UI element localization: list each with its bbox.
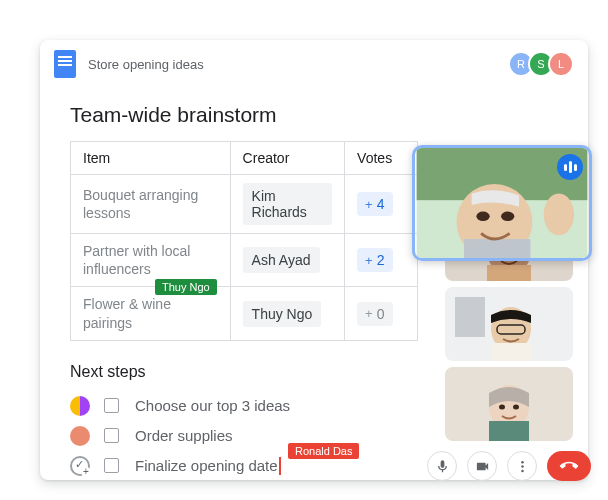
- th-votes: Votes: [345, 142, 418, 175]
- ideas-table: Item Creator Votes Bouquet arranging les…: [70, 141, 418, 341]
- meet-main-video-tile[interactable]: [412, 145, 592, 261]
- assignee-avatar-icon[interactable]: [70, 396, 90, 416]
- mic-button[interactable]: [427, 451, 457, 481]
- more-vertical-icon: [515, 459, 530, 474]
- docs-icon: [54, 50, 76, 78]
- mic-icon: [435, 459, 450, 474]
- item-text: Partner with local influencers: [83, 242, 218, 278]
- svg-point-24: [521, 469, 524, 472]
- document-window: Store opening ideas R S L Team-wide brai…: [40, 40, 588, 480]
- text-cursor-icon: [279, 457, 281, 475]
- subsection-heading: Next steps: [70, 363, 418, 381]
- item-text: Flower & wine pairings: [83, 295, 218, 331]
- task-checkbox[interactable]: [104, 428, 119, 443]
- meet-video-tile[interactable]: [445, 367, 573, 441]
- svg-rect-9: [487, 265, 531, 281]
- titlebar: Store opening ideas R S L: [40, 40, 588, 89]
- task-checkbox[interactable]: [104, 398, 119, 413]
- assign-icon[interactable]: [70, 456, 90, 476]
- svg-point-21: [513, 405, 519, 410]
- svg-point-22: [521, 460, 524, 463]
- collaborator-avatars: R S L: [514, 51, 574, 77]
- presence-cursor-tag: Thuy Ngo: [155, 279, 217, 295]
- meet-video-tile[interactable]: [445, 287, 573, 361]
- svg-point-23: [521, 465, 524, 468]
- th-creator: Creator: [230, 142, 345, 175]
- presence-cursor-tag: Ronald Das: [288, 443, 359, 459]
- th-item: Item: [71, 142, 231, 175]
- speaking-indicator-icon: [557, 154, 583, 180]
- content-area: Team-wide brainstorm Item Creator Votes …: [40, 89, 588, 480]
- svg-rect-3: [464, 239, 530, 258]
- table-row: Flower & wine pairings Thuy Ngo +0: [71, 287, 418, 340]
- vote-button[interactable]: +2: [357, 248, 392, 272]
- meet-side-panel: [440, 89, 588, 480]
- task-item: Order supplies: [70, 421, 418, 451]
- item-text: Bouquet arranging lessons: [83, 186, 218, 222]
- vote-button[interactable]: +4: [357, 192, 392, 216]
- task-checkbox[interactable]: [104, 458, 119, 473]
- svg-rect-19: [489, 421, 529, 441]
- creator-chip[interactable]: Thuy Ngo: [243, 301, 322, 327]
- task-item: Choose our top 3 ideas: [70, 391, 418, 421]
- hangup-button[interactable]: [547, 451, 591, 481]
- avatar[interactable]: L: [548, 51, 574, 77]
- document-body[interactable]: Team-wide brainstorm Item Creator Votes …: [40, 89, 440, 480]
- svg-point-5: [501, 212, 514, 221]
- video-button[interactable]: [467, 451, 497, 481]
- svg-point-20: [499, 405, 505, 410]
- svg-rect-15: [491, 343, 531, 361]
- assignee-avatar-icon[interactable]: [70, 426, 90, 446]
- creator-chip[interactable]: Ash Ayad: [243, 247, 320, 273]
- meet-controls: [427, 451, 591, 481]
- creator-chip[interactable]: Kim Richards: [243, 183, 333, 225]
- section-heading: Team-wide brainstorm: [70, 103, 418, 127]
- svg-point-6: [544, 194, 574, 236]
- table-row: Bouquet arranging lessons Kim Richards +…: [71, 175, 418, 234]
- table-row: Partner with local influencers Thuy Ngo …: [71, 234, 418, 287]
- more-options-button[interactable]: [507, 451, 537, 481]
- task-item: Finalize opening date Ronald Das: [70, 451, 418, 481]
- document-title[interactable]: Store opening ideas: [88, 57, 204, 72]
- svg-point-4: [476, 212, 489, 221]
- task-list: Choose our top 3 ideas Order supplies Fi…: [70, 391, 418, 481]
- phone-icon: [556, 453, 581, 478]
- task-label: Choose our top 3 ideas: [135, 397, 290, 414]
- video-icon: [475, 459, 490, 474]
- task-label: Order supplies: [135, 427, 233, 444]
- svg-rect-13: [455, 297, 485, 337]
- task-label: Finalize opening date: [135, 457, 278, 474]
- vote-button[interactable]: +0: [357, 302, 392, 326]
